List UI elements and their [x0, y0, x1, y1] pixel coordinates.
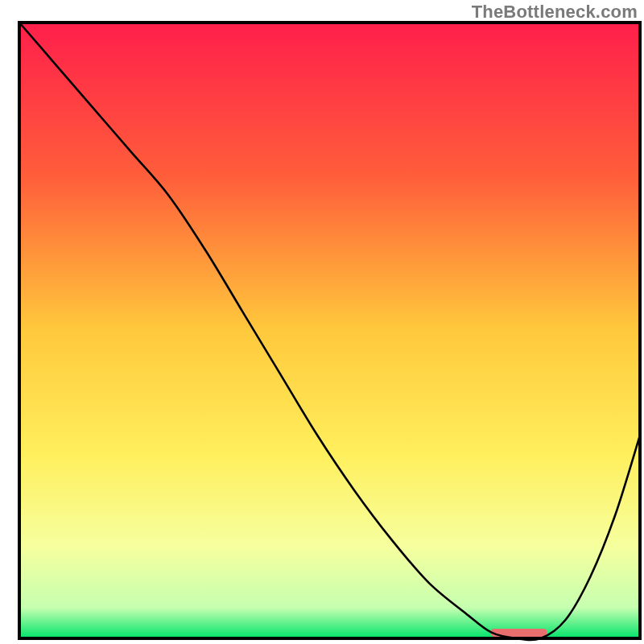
plot-background: [19, 23, 640, 638]
chart-canvas: TheBottleneck.com: [0, 0, 644, 644]
chart-svg: [0, 0, 644, 644]
watermark-text: TheBottleneck.com: [472, 2, 638, 23]
